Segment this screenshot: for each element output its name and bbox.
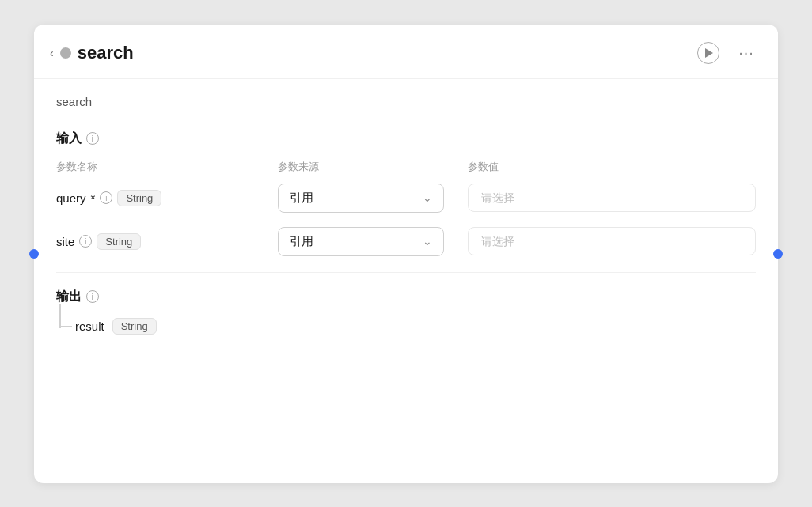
query-source-text: 引用 — [290, 191, 313, 206]
query-type-badge: String — [117, 190, 161, 206]
required-star-query: * — [91, 191, 96, 205]
site-value-input[interactable] — [468, 227, 756, 255]
query-value-cell — [468, 184, 756, 212]
param-row-query: query * i String 引用 ⌄ — [56, 184, 756, 213]
site-source-cell: 引用 ⌄ — [278, 227, 468, 256]
query-value-input[interactable] — [468, 184, 756, 212]
param-name-query: query — [56, 191, 86, 205]
search-card: ‹ search ··· search 输入 i 参数名称 参数来源 参 — [34, 25, 778, 483]
site-info-icon[interactable]: i — [79, 235, 92, 248]
header-right: ··· — [696, 40, 759, 66]
site-source-select[interactable]: 引用 ⌄ — [278, 227, 444, 256]
left-connector — [29, 249, 39, 259]
play-triangle-icon — [705, 48, 713, 58]
more-button[interactable]: ··· — [734, 40, 759, 66]
query-source-cell: 引用 ⌄ — [278, 184, 468, 213]
param-name-site: site — [56, 235, 74, 248]
site-value-cell — [468, 227, 756, 255]
col-header-value: 参数值 — [468, 160, 756, 174]
search-description: search — [56, 95, 756, 108]
site-chevron-down-icon: ⌄ — [423, 235, 432, 248]
output-result-name: result — [75, 320, 104, 333]
status-dot — [60, 47, 71, 59]
right-connector — [773, 249, 783, 259]
col-header-source: 参数来源 — [278, 160, 468, 174]
header-left: ‹ search — [50, 43, 134, 63]
table-header: 参数名称 参数来源 参数值 — [56, 160, 756, 174]
output-title-text: 输出 — [56, 289, 82, 305]
site-source-text: 引用 — [290, 234, 313, 249]
output-item-result: result String — [56, 318, 756, 335]
output-section-title: 输出 i — [56, 289, 756, 305]
input-info-icon[interactable]: i — [86, 132, 99, 145]
site-type-badge: String — [97, 233, 141, 250]
card-body: search 输入 i 参数名称 参数来源 参数值 query * i Stri… — [34, 79, 778, 357]
query-info-icon[interactable]: i — [100, 191, 112, 204]
query-source-select[interactable]: 引用 ⌄ — [278, 184, 444, 213]
param-row-site: site i String 引用 ⌄ — [56, 227, 756, 256]
output-info-icon[interactable]: i — [86, 290, 99, 303]
param-name-cell-site: site i String — [56, 233, 278, 250]
input-section-title: 输入 i — [56, 131, 756, 147]
param-name-cell-query: query * i String — [56, 190, 278, 206]
section-divider — [56, 272, 756, 273]
col-header-name: 参数名称 — [56, 160, 278, 174]
query-chevron-down-icon: ⌄ — [423, 191, 432, 204]
play-button[interactable] — [696, 40, 721, 66]
play-icon — [697, 42, 719, 64]
card-header: ‹ search ··· — [34, 25, 778, 79]
more-dots-icon: ··· — [738, 44, 754, 62]
input-title-text: 输入 — [56, 131, 82, 147]
chevron-icon[interactable]: ‹ — [50, 47, 54, 59]
output-section: 输出 i result String — [56, 289, 756, 335]
output-result-type-badge: String — [112, 318, 157, 335]
card-title: search — [78, 43, 134, 63]
